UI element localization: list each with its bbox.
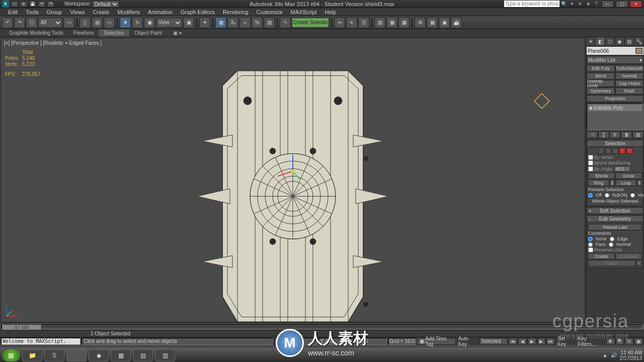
favorites-icon[interactable]: ★: [585, 1, 592, 8]
menu-graph-editors[interactable]: Graph Editors: [177, 9, 219, 15]
select-rotate-button[interactable]: ↻: [132, 17, 143, 28]
time-slider-thumb[interactable]: 0 / 100: [2, 324, 42, 330]
add-time-tag-button[interactable]: ▣ Add Time Tag: [417, 338, 456, 345]
create-tab-icon[interactable]: ✳: [586, 37, 596, 46]
viewcube-icon[interactable]: [534, 94, 549, 109]
rollout-edit-geometry[interactable]: -Edit Geometry: [587, 215, 643, 222]
autodesk-icon[interactable]: ✦: [569, 1, 576, 8]
subobj-polygon-icon[interactable]: [619, 148, 625, 154]
prev-frame-icon[interactable]: ◀: [518, 338, 527, 345]
named-sel-button[interactable]: ✎: [280, 17, 291, 28]
system-tray[interactable]: ▲ 🔊 11:40 AM 2/17/2013: [603, 350, 642, 361]
schematic-button[interactable]: ▦: [386, 17, 397, 28]
ribbon-tab-selection[interactable]: Selection: [99, 29, 129, 37]
grow-button[interactable]: Grow: [615, 172, 642, 179]
start-button[interactable]: ⊞: [2, 349, 20, 361]
configure-sets-icon[interactable]: ▤: [632, 131, 643, 138]
constraint-face-radio[interactable]: [588, 242, 593, 247]
task-app2-icon[interactable]: ▦: [111, 349, 131, 361]
collapse-button[interactable]: Collapse: [615, 253, 642, 259]
open-icon[interactable]: ▾: [20, 1, 27, 7]
preview-subobj-radio[interactable]: [605, 193, 609, 198]
viewport-label[interactable]: [+] [Perspective ] [Realistic + Edged Fa…: [4, 40, 102, 46]
selection-region-button[interactable]: ▭: [63, 17, 74, 28]
rollout-soft-selection[interactable]: +Soft Selection: [587, 207, 643, 214]
exchange-icon[interactable]: ✕: [577, 1, 584, 8]
minimize-button[interactable]: —: [602, 1, 614, 8]
angle-spinner[interactable]: 45.0: [614, 166, 630, 172]
menu-maxscript[interactable]: MAXScript: [287, 9, 321, 15]
close-button[interactable]: ✕: [630, 1, 642, 8]
tray-network-icon[interactable]: 🔊: [611, 352, 617, 358]
subobj-vertex-icon[interactable]: [598, 148, 604, 154]
motion-tab-icon[interactable]: ◉: [615, 37, 625, 46]
hierarchy-tab-icon[interactable]: ⬡: [605, 37, 615, 46]
select-object-button[interactable]: ▯: [79, 17, 91, 28]
remove-modifier-icon[interactable]: 🗑: [621, 131, 632, 138]
modifier-stack[interactable]: ■ Editable Poly: [587, 103, 643, 130]
viewport-perspective[interactable]: [+] [Perspective ] [Realistic + Edged Fa…: [1, 38, 585, 322]
select-name-button[interactable]: ▤: [92, 17, 103, 28]
select-scale-button[interactable]: ▣: [144, 17, 155, 28]
modbtn-normal[interactable]: Normal: [615, 72, 643, 79]
ribbon-tab-freeform[interactable]: Freeform: [68, 29, 99, 37]
show-end-result-icon[interactable]: ║: [598, 131, 609, 138]
task-app4-icon[interactable]: ▥: [155, 349, 175, 361]
menu-rendering[interactable]: Rendering: [219, 9, 253, 15]
auto-key-button[interactable]: Auto Key: [457, 336, 479, 347]
preview-multi-radio[interactable]: [630, 193, 635, 198]
align-button[interactable]: ≡: [346, 17, 357, 28]
create-button[interactable]: Create: [588, 253, 615, 259]
modbtn-editpoly[interactable]: Edit Poly: [587, 65, 615, 72]
goto-start-icon[interactable]: ⏮: [509, 338, 517, 345]
link-button[interactable]: ⬡: [26, 17, 37, 28]
maxscript-listener[interactable]: Welcome to MAXScript.: [1, 338, 80, 345]
attach-button[interactable]: Attach: [588, 260, 635, 266]
subobj-border-icon[interactable]: [612, 148, 618, 154]
next-frame-icon[interactable]: ▶: [537, 338, 546, 345]
mirror-button[interactable]: ⇔: [334, 17, 345, 28]
pivot-button[interactable]: ▣: [183, 17, 194, 28]
constraint-none-radio[interactable]: [588, 237, 593, 241]
preview-off-radio[interactable]: [588, 193, 593, 198]
angle-snap-button[interactable]: 3ₐ: [227, 17, 238, 28]
curve-editor-button[interactable]: ▤: [374, 17, 385, 28]
render-frame-button[interactable]: ▦: [427, 17, 438, 28]
goto-end-icon[interactable]: ⏭: [546, 338, 555, 345]
undo-icon[interactable]: ↶: [38, 1, 45, 7]
redo-button[interactable]: ↷: [14, 17, 25, 28]
menu-tools[interactable]: Tools: [22, 9, 43, 15]
modbtn-projection[interactable]: Projection: [587, 95, 643, 102]
nav-max-icon[interactable]: ▣: [634, 338, 643, 345]
menu-animation[interactable]: Animation: [144, 9, 177, 15]
object-name-field[interactable]: Plane006: [587, 47, 643, 55]
named-selection-input[interactable]: [292, 18, 329, 28]
help-icon[interactable]: ?: [593, 1, 600, 8]
modbtn-turbosmooth[interactable]: TurboSmooth: [615, 65, 643, 72]
rollout-selection-header[interactable]: -Selection: [587, 140, 643, 147]
play-icon[interactable]: ▶: [528, 338, 536, 345]
ribbon-tab-objectpaint[interactable]: Object Paint: [129, 29, 167, 37]
by-vertex-checkbox[interactable]: [588, 155, 593, 160]
menu-customize[interactable]: Customize: [253, 9, 287, 15]
loop-button[interactable]: Loop: [615, 179, 636, 186]
spinner-snap-button[interactable]: %: [252, 17, 263, 28]
render-setup-button[interactable]: ⚙: [415, 17, 426, 28]
shrink-button[interactable]: Shrink: [588, 172, 615, 179]
make-unique-icon[interactable]: ∀: [610, 131, 621, 138]
constraint-edge-radio[interactable]: [610, 237, 614, 241]
new-icon[interactable]: ▫: [11, 1, 18, 7]
ignore-backfacing-checkbox[interactable]: [588, 160, 593, 165]
constraint-normal-radio[interactable]: [609, 242, 613, 247]
redo-icon[interactable]: ↷: [47, 1, 54, 7]
display-tab-icon[interactable]: ▤: [625, 37, 634, 46]
subobj-edge-icon[interactable]: [605, 148, 611, 154]
object-color-swatch[interactable]: [635, 48, 642, 54]
select-manipulate-button[interactable]: ✦: [199, 17, 210, 28]
task-3dsmax-icon[interactable]: S: [44, 349, 64, 361]
ribbon-tab-graphite[interactable]: Graphite Modeling Tools: [4, 29, 68, 37]
menu-help[interactable]: Help: [321, 9, 341, 15]
key-mode-dropdown[interactable]: Selected: [479, 338, 508, 345]
save-icon[interactable]: 💾: [29, 1, 36, 7]
render-button[interactable]: ▣: [439, 17, 450, 28]
